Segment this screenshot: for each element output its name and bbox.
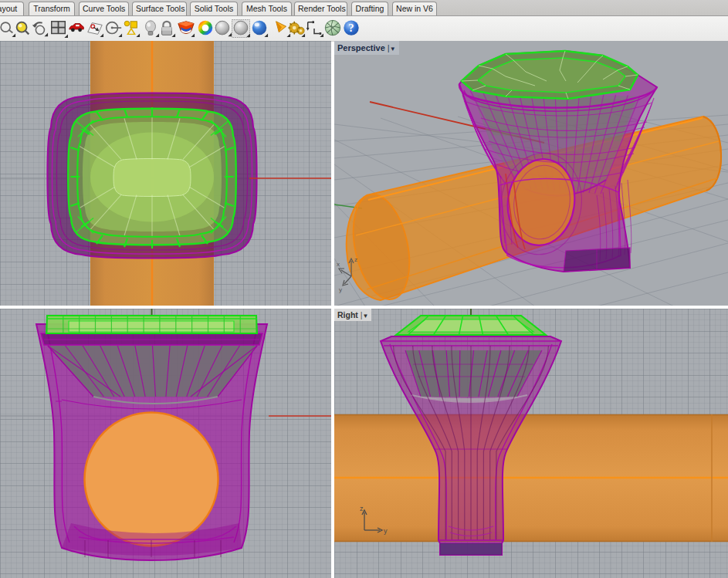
svg-text:?: ? (348, 22, 354, 34)
svg-text:z: z (360, 505, 364, 512)
svg-text:z: z (354, 256, 357, 263)
svg-text:y: y (384, 527, 388, 535)
svg-text:x: x (337, 261, 340, 268)
svg-text:y: y (339, 286, 342, 293)
